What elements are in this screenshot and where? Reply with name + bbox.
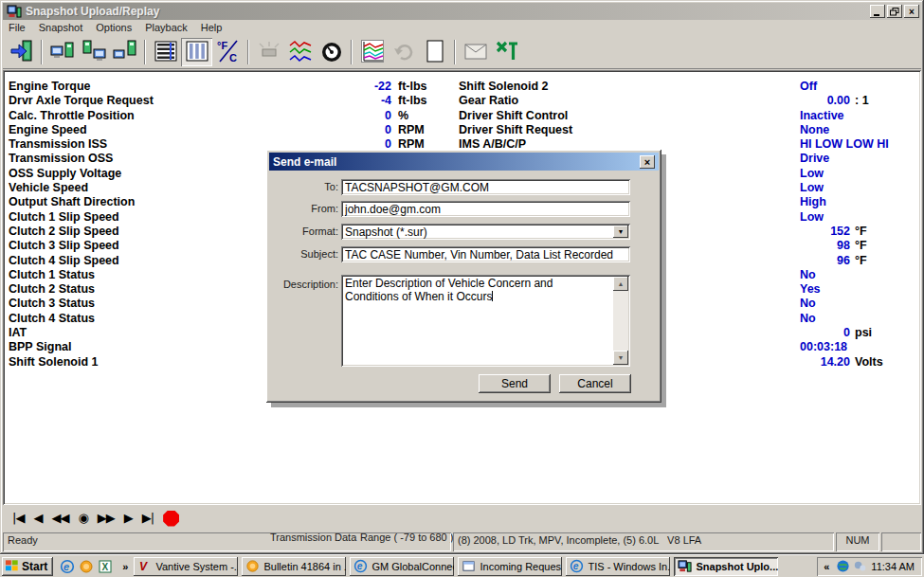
param-name-left: Clutch 3 Slip Speed [9, 239, 119, 252]
menu-item-snapshot[interactable]: Snapshot [33, 21, 90, 35]
step-forward-button[interactable]: ▶ [124, 509, 133, 528]
param-unit-mid: ft-lbs [398, 94, 427, 107]
description-field[interactable]: Enter Description of Vehicle Concern and… [341, 275, 630, 367]
toolbar-button-rows-view[interactable] [150, 38, 181, 66]
go-to-end-button[interactable]: ▶| [142, 509, 154, 528]
subject-field[interactable] [341, 246, 630, 262]
mail-icon [463, 39, 488, 66]
toolbar-button-gauge[interactable] [316, 38, 347, 66]
param-name-left: Calc. Throttle Position [9, 109, 135, 122]
param-name-left: Clutch 3 Status [9, 297, 95, 310]
stop-button[interactable] [163, 511, 179, 527]
toolbar-button-exit-door[interactable] [6, 38, 37, 66]
param-name-left: BPP Signal [9, 340, 71, 353]
toolbar-button-pc-transfer[interactable] [46, 38, 78, 66]
rewind-button[interactable]: ◀◀ [51, 509, 68, 528]
dialog-close-icon[interactable]: × [640, 155, 655, 169]
go-to-start-button[interactable]: |◀ [12, 509, 24, 528]
toolbar-button-chart[interactable] [356, 38, 388, 66]
minimize-button[interactable] [870, 5, 885, 18]
param-name-right: Shift Solenoid 2 [459, 80, 548, 93]
svg-text:e: e [573, 561, 579, 571]
taskbar-button-tis-windows-in[interactable]: eTIS - Windows In... [566, 557, 670, 576]
excel-icon[interactable]: X [98, 559, 113, 574]
menu-item-file[interactable]: File [3, 21, 33, 35]
toolbar-button-tools[interactable] [491, 38, 522, 66]
svg-text:e: e [357, 561, 363, 571]
restore-button[interactable] [887, 5, 902, 18]
status-bar: Ready (8) 2008, LD Trk, MPV, Incomplete,… [3, 532, 921, 551]
from-field[interactable] [341, 201, 630, 217]
bulletin-icon[interactable] [79, 559, 94, 574]
data-row[interactable]: Engine Speed0RPMDriver Shift RequestNone [3, 123, 921, 137]
transport-controls: |◀◀◀◀◉▶▶▶▶| [12, 508, 179, 529]
fast-forward-button[interactable]: ▶▶ [98, 509, 115, 528]
toolbar-button-fahrenheit-celsius[interactable]: °FC [212, 38, 244, 66]
scroll-up-icon[interactable]: ▲ [613, 277, 628, 291]
globe-icon[interactable] [836, 559, 850, 573]
toolbar-button-graphs[interactable] [284, 38, 316, 66]
taskbar-button-gm-globalconnec[interactable]: eGM GlobalConnec... [350, 557, 454, 576]
toolbar-button-columns-view[interactable] [181, 38, 212, 66]
toolbar-button-flash[interactable] [253, 38, 284, 66]
toolbar-button-device-to-pc[interactable] [78, 38, 109, 66]
param-value-mid: -22 [292, 80, 391, 93]
send-button[interactable]: Send [479, 374, 551, 393]
cancel-button[interactable]: Cancel [559, 374, 631, 393]
position-marker-button[interactable]: ◉ [78, 509, 87, 528]
param-value-right: 98 [800, 239, 850, 252]
toolbar-button-pc-to-device[interactable] [109, 38, 140, 66]
playback-bar: |◀◀◀◀◉▶▶▶▶| Transmission Data Center Tri… [3, 505, 921, 532]
exit-door-icon [9, 39, 34, 66]
taskbar-button-incoming-reques[interactable]: Incoming Reques... [458, 557, 562, 576]
ie-icon[interactable]: e [60, 559, 75, 574]
toolbar-button-mail[interactable] [460, 38, 491, 66]
data-row[interactable]: Calc. Throttle Position0%Driver Shift Co… [3, 109, 921, 123]
snapshot-app-icon [7, 4, 22, 19]
param-name-left: Transmission ISS [9, 137, 107, 151]
toolbar-button-page[interactable] [419, 38, 450, 66]
param-name-left: Vehicle Speed [9, 181, 88, 194]
close-button[interactable]: × [904, 5, 919, 18]
task-label: Snapshot Uplo... [696, 561, 778, 572]
menu-item-help[interactable]: Help [195, 21, 230, 35]
param-name-right: Driver Shift Control [459, 109, 568, 122]
param-unit-mid: RPM [398, 123, 425, 136]
to-field[interactable] [341, 179, 630, 195]
param-unit-right: Volts [855, 355, 883, 369]
start-button[interactable]: Start [2, 557, 53, 576]
menu-item-options[interactable]: Options [90, 21, 139, 35]
taskbar-button-snapshot-uplo[interactable]: Snapshot Uplo... [674, 557, 778, 576]
taskbar-button-bulletin-41864-in[interactable]: Bulletin 41864 in ... [242, 557, 346, 576]
param-value-right: Drive [800, 152, 850, 165]
clock: 11:34 AM [871, 561, 915, 572]
menu-item-playback[interactable]: Playback [139, 21, 195, 35]
tray-icons [836, 559, 867, 573]
param-value-mid: 0 [292, 123, 391, 136]
start-label: Start [22, 560, 47, 573]
param-value-right: Yes [800, 282, 850, 296]
param-name-left: Engine Torque [9, 80, 91, 93]
ie-icon: e [570, 559, 584, 573]
toolbar-button-replay[interactable] [388, 38, 419, 66]
taskbar-button-vantive-system[interactable]: VVantive System -... [134, 557, 238, 576]
subject-label: Subject: [276, 248, 338, 260]
graphs-icon [288, 39, 313, 66]
scroll-down-icon[interactable]: ▼ [613, 351, 628, 365]
fahrenheit-celsius-icon: °FC [216, 39, 241, 66]
data-row[interactable]: Engine Torque-22ft-lbsShift Solenoid 2Of… [3, 80, 921, 94]
replay-icon [391, 39, 416, 66]
dialog-title-bar[interactable]: Send e-mail × [269, 153, 659, 171]
svg-text:V: V [139, 560, 148, 573]
format-dropdown-icon[interactable]: ▼ [613, 225, 628, 238]
format-select[interactable] [341, 224, 630, 240]
messenger-icon[interactable] [853, 559, 867, 573]
title-bar[interactable]: Snapshot Upload/Replay × [3, 3, 921, 20]
data-row[interactable]: Drvr Axle Torque Request-4ft-lbsGear Rat… [3, 94, 921, 108]
quick-launch-overflow-icon[interactable]: » [119, 561, 131, 572]
gauge-icon [319, 39, 344, 66]
tray-chevron-icon[interactable]: « [821, 561, 832, 572]
description-scrollbar[interactable]: ▲ ▼ [613, 277, 628, 365]
step-back-button[interactable]: ◀ [33, 509, 42, 528]
param-value-right: 14.20 [800, 355, 850, 369]
